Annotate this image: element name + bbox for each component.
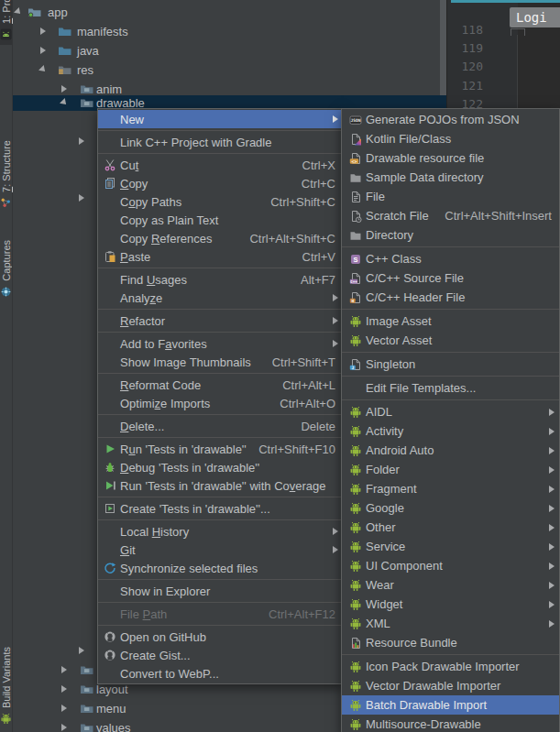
context-menu-item-create-gist[interactable]: Create Gist... [98,646,343,664]
context-menu-item-debug-tests-in-drawable[interactable]: Debug 'Tests in 'drawable'' [98,458,343,476]
menu-separator [98,579,343,580]
android-icon [346,718,364,731]
new-submenu-item-xml[interactable]: XML [342,614,559,633]
context-menu-item-reformat-code[interactable]: Reformat CodeCtrl+Alt+L [98,376,343,394]
context-menu-item-analyze[interactable]: Analyze [98,289,343,307]
tool-window-button-1-proje[interactable]: 1: Proje [0,0,12,45]
new-submenu-item-other[interactable]: Other [342,518,559,537]
context-menu-item-refactor[interactable]: Refactor [98,311,343,330]
new-submenu-item-image-asset[interactable]: Image Asset [342,311,559,331]
new-submenu-item-singleton[interactable]: JSingleton [342,355,559,374]
tree-collapse-arrow-icon[interactable] [60,98,69,107]
new-submenu-item-android-auto[interactable]: Android Auto [342,441,559,460]
tool-window-button-7-structure[interactable]: 7: Structure [0,140,12,208]
new-submenu-item-sample-data-directory[interactable]: Sample Data directory [342,168,559,187]
new-submenu-item-activity[interactable]: Activity [342,421,559,441]
new-submenu-item-resource-bundle[interactable]: Resource Bundle [342,633,559,652]
new-submenu-item-c-c-header-file[interactable]: HC/C++ Header File [342,288,559,307]
new-submenu-item-aidl[interactable]: AIDL [342,402,559,421]
context-menu-item-copy-as-plain-text[interactable]: Copy as Plain Text [98,211,343,229]
context-menu-item-copy[interactable]: CopyCtrl+C [98,174,343,192]
context-menu-item-convert-to-webp[interactable]: Convert to WebP... [98,664,343,683]
tree-expand-arrow-icon[interactable] [61,705,67,712]
context-menu-item-show-in-explorer[interactable]: Show in Explorer [98,582,343,600]
new-submenu-item-folder[interactable]: Folder [342,460,559,479]
menu-separator [98,602,343,603]
new-submenu-item-service[interactable]: Service [342,537,559,556]
tool-window-button-build-variants[interactable]: Build Variants [0,647,12,724]
tree-row-res[interactable]: res [12,62,446,78]
context-menu-item-find-usages[interactable]: Find UsagesAlt+F7 [98,270,343,289]
new-submenu-item-google[interactable]: Google [342,498,559,518]
android-icon [346,661,364,673]
tree-collapse-arrow-icon[interactable] [38,65,48,74]
context-menu-item-git[interactable]: Git [98,541,343,559]
tree-expand-arrow-icon[interactable] [61,724,67,731]
tree-collapse-arrow-icon[interactable] [14,7,23,16]
menu-separator [342,352,559,353]
new-submenu-item-kotlin-file-class[interactable]: Kotlin File/Class [342,129,559,148]
context-menu-item-create-tests-in-drawable[interactable]: Create 'Tests in 'drawable''... [98,499,343,518]
tree-expand-arrow-icon[interactable] [79,647,84,654]
tree-expand-arrow-icon[interactable] [40,47,46,54]
tree-expand-arrow-icon[interactable] [79,194,84,202]
new-submenu-item-file[interactable]: File [342,187,559,206]
tree-row-manifests[interactable]: manifests [12,24,446,39]
new-submenu-item-scratch-file[interactable]: Scratch FileCtrl+Alt+Shift+Insert [342,206,559,225]
new-submenu-item-c-class[interactable]: SC++ Class [342,249,559,268]
submenu-arrow-icon [333,528,338,535]
menu-item-label: Create 'Tests in 'drawable''... [120,502,270,516]
context-menu-item-run-tests-in-drawable[interactable]: Run 'Tests in 'drawable''Ctrl+Shift+F10 [98,440,343,458]
new-submenu-item-batch-drawable-import[interactable]: Batch Drawable Import [342,695,559,715]
new-submenu-item-c-c-source-file[interactable]: C++C/C++ Source File [342,268,559,288]
new-submenu-item-icon-pack-drawable-importer[interactable]: Icon Pack Drawable Importer [342,657,559,676]
tool-window-label: 1: Proje [1,0,12,24]
context-menu-item-delete[interactable]: Delete...Delete [98,417,343,435]
cpp-source-icon: C++ [346,272,364,285]
tree-expand-arrow-icon[interactable] [61,685,67,693]
tree-row-java[interactable]: java [12,43,446,59]
tree-row-app[interactable]: app [12,5,446,20]
context-menu-item-add-to-favorites[interactable]: Add to Favorites [98,334,343,353]
context-menu-item-run-tests-in-drawable-with-coverage[interactable]: Run 'Tests in 'drawable'' with Coverage [98,476,343,495]
new-submenu-item-vector-asset[interactable]: Vector Asset [342,331,559,350]
new-submenu-item-generate-pojos-from-json[interactable]: JSONGenerate POJOs from JSON [342,110,559,129]
tree-expand-arrow-icon[interactable] [61,85,67,93]
new-submenu-item-ui-component[interactable]: UI Component [342,556,559,575]
new-submenu-item-widget[interactable]: Widget [342,595,559,614]
context-menu-item-synchronize-selected-files[interactable]: Synchronize selected files [98,559,343,577]
tool-window-label: Build Variants [1,647,12,708]
context-menu-item-new[interactable]: New [98,110,343,128]
menu-item-label: Synchronize selected files [120,562,258,575]
tree-expand-arrow-icon[interactable] [79,137,84,145]
svg-text:JSON: JSON [350,118,360,123]
context-menu-item-copy-references[interactable]: Copy ReferencesCtrl+Alt+Shift+C [98,229,343,247]
android-icon [346,444,364,457]
context-menu-item-paste[interactable]: PasteCtrl+V [98,247,343,266]
context-menu-item-file-path[interactable]: File PathCtrl+Alt+F12 [98,605,343,623]
context-menu-item-copy-paths[interactable]: Copy PathsCtrl+Shift+C [98,192,343,211]
new-submenu-item-directory[interactable]: Directory [342,225,559,245]
new-submenu-item-fragment[interactable]: Fragment [342,479,559,498]
as-project-icon [0,27,12,39]
tool-window-button-captures[interactable]: Captures [0,240,12,297]
new-submenu-item-multisource-drawable[interactable]: Multisource-Drawable [342,715,559,732]
context-menu-item-local-history[interactable]: Local History [98,522,343,541]
menu-item-label: Reformat Code [120,378,201,392]
tree-expand-arrow-icon[interactable] [61,666,67,673]
code-fold-marker[interactable] [511,28,525,36]
context-menu-item-link-c-project-with-gradle[interactable]: Link C++ Project with Gradle [98,133,343,151]
context-menu-item-optimize-imports[interactable]: Optimize ImportsCtrl+Alt+O [98,394,343,412]
new-submenu-item-drawable-resource-file[interactable]: <>Drawable resource file [342,148,559,168]
new-submenu-item-edit-file-templates[interactable]: Edit File Templates... [342,378,559,398]
new-submenu-item-wear[interactable]: Wear [342,575,559,595]
context-menu-item-cut[interactable]: CutCtrl+X [98,156,343,174]
folder-resource-icon [80,702,93,716]
tree-expand-arrow-icon[interactable] [40,27,46,35]
menu-item-label: Activity [366,424,403,438]
menu-item-label: Widget [366,597,402,611]
menu-separator [342,654,559,655]
context-menu-item-show-image-thumbnails[interactable]: Show Image ThumbnailsCtrl+Shift+T [98,353,343,371]
new-submenu-item-vector-drawable-importer[interactable]: Vector Drawable Importer [342,676,559,695]
context-menu-item-open-on-github[interactable]: Open on GitHub [98,628,343,646]
